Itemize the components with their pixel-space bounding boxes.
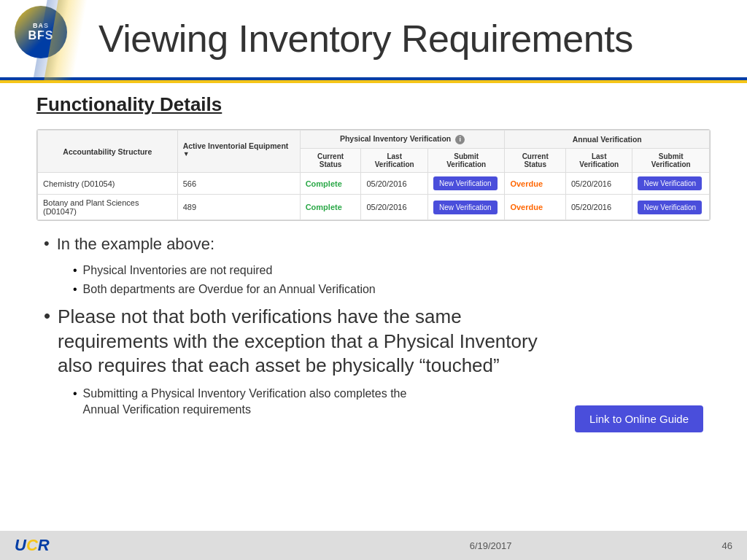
sub-bullets-1: • Physical Inventories are not required … (73, 262, 703, 298)
phys-submit-header: Submit Verification (427, 149, 504, 173)
sub-text-1b: Both departments are Overdue for an Annu… (83, 281, 376, 298)
phys-verify-btn-1[interactable]: New Verification (433, 201, 498, 214)
sub-bullet-1a: • Physical Inventories are not required (73, 262, 703, 279)
footer-logo-text: UCR (15, 536, 50, 554)
cell-phys-btn-0[interactable]: New Verification (427, 173, 504, 195)
col-account-header: Accountability Structure (38, 131, 178, 173)
cell-phys-status-1: Complete (300, 195, 361, 220)
bullet-dot-1: • (44, 236, 50, 252)
sub-bullet-2a: • Submitting a Physical Inventory Verifi… (73, 386, 703, 432)
phys-last-header: Last Verification (361, 149, 427, 173)
header: BAS BFS Viewing Inventory Requirements (0, 0, 747, 80)
cell-annual-btn-0[interactable]: New Verification (632, 173, 710, 195)
sub-bullet-1b: • Both departments are Overdue for an An… (73, 281, 703, 298)
footer-page: 46 (722, 540, 732, 551)
cell-phys-last-0: 05/20/2016 (361, 173, 427, 195)
cell-account-0: Chemistry (D01054) (38, 173, 178, 195)
cell-equip-1: 489 (177, 195, 300, 220)
bullet-dot-2: • (44, 306, 50, 325)
phys-verify-btn-0[interactable]: New Verification (433, 176, 498, 190)
sub-bullets-2: • Submitting a Physical Inventory Verifi… (73, 386, 703, 432)
group-phys-header: Physical Inventory Verification i (300, 131, 505, 149)
cell-annual-last-1: 05/20/2016 (566, 195, 632, 220)
inventory-table: Accountability Structure Active Inventor… (37, 130, 710, 220)
annual-verify-btn-0[interactable]: New Verification (638, 176, 702, 190)
cell-annual-btn-1[interactable]: New Verification (632, 195, 710, 220)
bullets-section: • In the example above: • Physical Inven… (36, 234, 711, 432)
cell-annual-last-0: 05/20/2016 (566, 173, 632, 195)
bullet-text-1: In the example above: (57, 234, 214, 255)
footer-logo: UCR (15, 536, 50, 555)
table-row: Chemistry (D01054) 566 Complete 05/20/20… (38, 173, 710, 195)
cell-annual-status-1: Overdue (505, 195, 566, 220)
cell-phys-status-0: Complete (300, 173, 361, 195)
sub-dot-1b: • (73, 283, 77, 296)
sub-text-2a: Submitting a Physical Inventory Verifica… (83, 387, 407, 416)
annual-current-header: Current Status (505, 149, 566, 173)
cell-annual-status-0: Overdue (505, 173, 566, 195)
annual-last-header: Last Verification (566, 149, 632, 173)
annual-verify-btn-1[interactable]: New Verification (638, 201, 702, 214)
sub-dot-2a: • (73, 387, 77, 400)
sub-dot-1a: • (73, 264, 77, 277)
cell-equip-0: 566 (177, 173, 300, 195)
cell-phys-btn-1[interactable]: New Verification (427, 195, 504, 220)
cell-phys-last-1: 05/20/2016 (361, 195, 427, 220)
inventory-table-container: Accountability Structure Active Inventor… (36, 129, 711, 221)
group-annual-header: Annual Verification (505, 131, 710, 149)
bullet-text-2: Please not that both verifications have … (58, 305, 538, 378)
bullet-main-2: • Please not that both verifications hav… (44, 305, 703, 378)
footer-date: 6/19/2017 (470, 540, 512, 551)
main-content: Functionality Details Accountability Str… (0, 80, 747, 531)
functionality-title: Functionality Details (36, 93, 711, 116)
col-equip-header: Active Inventorial Equipment ▼ (177, 131, 300, 173)
online-guide-button[interactable]: Link to Online Guide (575, 405, 703, 432)
footer: UCR 6/19/2017 46 (0, 531, 747, 560)
phys-current-header: Current Status (300, 149, 361, 173)
sub-text-1a: Physical Inventories are not required (83, 262, 273, 279)
annual-submit-header: Submit Verification (632, 149, 710, 173)
bullet-main-1: • In the example above: (44, 234, 703, 255)
cell-account-1: Botany and Plant Sciences (D01047) (38, 195, 178, 220)
table-row: Botany and Plant Sciences (D01047) 489 C… (38, 195, 710, 220)
page-title: Viewing Inventory Requirements (98, 17, 633, 61)
info-icon[interactable]: i (455, 135, 465, 144)
